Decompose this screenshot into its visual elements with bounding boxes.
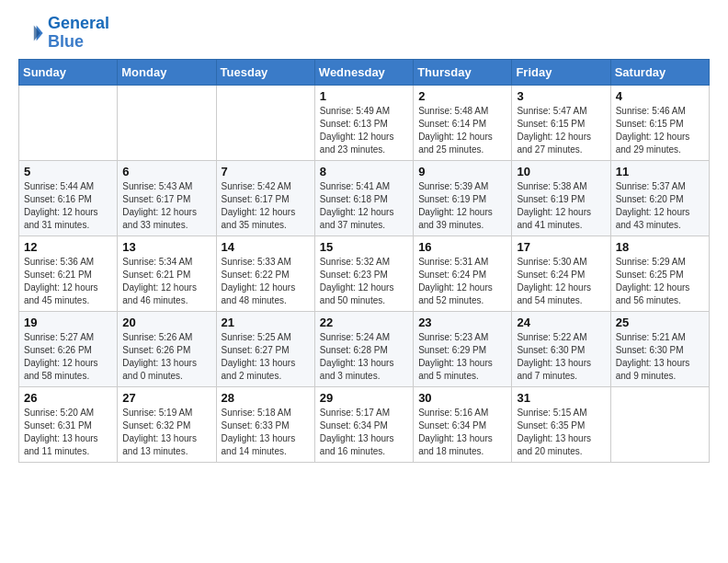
calendar-cell: 3Sunrise: 5:47 AM Sunset: 6:15 PM Daylig… bbox=[512, 85, 610, 160]
day-info: Sunrise: 5:44 AM Sunset: 6:16 PM Dayligh… bbox=[24, 180, 112, 232]
day-info: Sunrise: 5:49 AM Sunset: 6:13 PM Dayligh… bbox=[320, 105, 408, 156]
calendar-cell: 14Sunrise: 5:33 AM Sunset: 6:22 PM Dayli… bbox=[216, 236, 314, 311]
day-info: Sunrise: 5:48 AM Sunset: 6:14 PM Dayligh… bbox=[418, 105, 506, 156]
calendar-cell: 24Sunrise: 5:22 AM Sunset: 6:30 PM Dayli… bbox=[512, 311, 610, 386]
day-number: 13 bbox=[122, 240, 210, 254]
calendar-cell: 19Sunrise: 5:27 AM Sunset: 6:26 PM Dayli… bbox=[19, 311, 118, 386]
calendar-cell: 1Sunrise: 5:49 AM Sunset: 6:13 PM Daylig… bbox=[314, 85, 413, 160]
calendar-cell: 16Sunrise: 5:31 AM Sunset: 6:24 PM Dayli… bbox=[414, 236, 512, 311]
calendar-cell: 25Sunrise: 5:21 AM Sunset: 6:30 PM Dayli… bbox=[610, 311, 709, 386]
day-number: 12 bbox=[24, 240, 112, 254]
day-info: Sunrise: 5:19 AM Sunset: 6:32 PM Dayligh… bbox=[122, 407, 210, 458]
calendar-week-row: 1Sunrise: 5:49 AM Sunset: 6:13 PM Daylig… bbox=[19, 85, 710, 160]
day-info: Sunrise: 5:24 AM Sunset: 6:28 PM Dayligh… bbox=[320, 331, 408, 383]
calendar-cell: 17Sunrise: 5:30 AM Sunset: 6:24 PM Dayli… bbox=[512, 236, 610, 311]
day-number: 26 bbox=[24, 391, 112, 405]
day-number: 28 bbox=[222, 391, 310, 405]
day-info: Sunrise: 5:41 AM Sunset: 6:18 PM Dayligh… bbox=[320, 180, 408, 232]
day-number: 23 bbox=[418, 316, 506, 329]
day-number: 3 bbox=[517, 89, 605, 103]
day-number: 20 bbox=[122, 316, 210, 329]
calendar-cell: 23Sunrise: 5:23 AM Sunset: 6:29 PM Dayli… bbox=[414, 311, 512, 386]
day-info: Sunrise: 5:39 AM Sunset: 6:19 PM Dayligh… bbox=[418, 180, 506, 232]
day-info: Sunrise: 5:33 AM Sunset: 6:22 PM Dayligh… bbox=[222, 256, 310, 307]
calendar-week-row: 26Sunrise: 5:20 AM Sunset: 6:31 PM Dayli… bbox=[19, 386, 710, 462]
day-info: Sunrise: 5:17 AM Sunset: 6:34 PM Dayligh… bbox=[320, 407, 408, 458]
day-number: 11 bbox=[616, 165, 704, 178]
calendar: SundayMondayTuesdayWednesdayThursdayFrid… bbox=[18, 59, 710, 463]
logo-text: General Blue bbox=[48, 15, 109, 52]
day-number: 16 bbox=[418, 240, 506, 254]
calendar-cell: 18Sunrise: 5:29 AM Sunset: 6:25 PM Dayli… bbox=[610, 236, 709, 311]
day-number: 1 bbox=[320, 89, 408, 103]
calendar-cell: 31Sunrise: 5:15 AM Sunset: 6:35 PM Dayli… bbox=[512, 386, 610, 462]
day-info: Sunrise: 5:32 AM Sunset: 6:23 PM Dayligh… bbox=[320, 256, 408, 307]
day-info: Sunrise: 5:36 AM Sunset: 6:21 PM Dayligh… bbox=[24, 256, 112, 307]
calendar-cell: 28Sunrise: 5:18 AM Sunset: 6:33 PM Dayli… bbox=[216, 386, 314, 462]
calendar-week-row: 5Sunrise: 5:44 AM Sunset: 6:16 PM Daylig… bbox=[19, 160, 710, 236]
calendar-cell: 13Sunrise: 5:34 AM Sunset: 6:21 PM Dayli… bbox=[118, 236, 216, 311]
day-number: 27 bbox=[122, 391, 210, 405]
day-info: Sunrise: 5:27 AM Sunset: 6:26 PM Dayligh… bbox=[24, 331, 112, 383]
calendar-cell: 15Sunrise: 5:32 AM Sunset: 6:23 PM Dayli… bbox=[314, 236, 413, 311]
weekday-header: Thursday bbox=[414, 59, 512, 85]
day-info: Sunrise: 5:46 AM Sunset: 6:15 PM Dayligh… bbox=[616, 105, 704, 156]
calendar-cell: 5Sunrise: 5:44 AM Sunset: 6:16 PM Daylig… bbox=[19, 160, 118, 236]
calendar-cell bbox=[19, 85, 118, 160]
calendar-week-row: 19Sunrise: 5:27 AM Sunset: 6:26 PM Dayli… bbox=[19, 311, 710, 386]
day-number: 29 bbox=[320, 391, 408, 405]
day-number: 31 bbox=[517, 391, 605, 405]
day-number: 22 bbox=[320, 316, 408, 329]
calendar-cell: 4Sunrise: 5:46 AM Sunset: 6:15 PM Daylig… bbox=[610, 85, 709, 160]
calendar-cell: 6Sunrise: 5:43 AM Sunset: 6:17 PM Daylig… bbox=[118, 160, 216, 236]
calendar-cell: 9Sunrise: 5:39 AM Sunset: 6:19 PM Daylig… bbox=[414, 160, 512, 236]
calendar-cell: 8Sunrise: 5:41 AM Sunset: 6:18 PM Daylig… bbox=[314, 160, 413, 236]
day-number: 15 bbox=[320, 240, 408, 254]
day-number: 24 bbox=[517, 316, 605, 329]
calendar-cell: 11Sunrise: 5:37 AM Sunset: 6:20 PM Dayli… bbox=[610, 160, 709, 236]
day-info: Sunrise: 5:34 AM Sunset: 6:21 PM Dayligh… bbox=[122, 256, 210, 307]
day-number: 5 bbox=[24, 165, 112, 178]
calendar-cell: 26Sunrise: 5:20 AM Sunset: 6:31 PM Dayli… bbox=[19, 386, 118, 462]
weekday-header: Monday bbox=[118, 59, 216, 85]
calendar-cell bbox=[118, 85, 216, 160]
day-info: Sunrise: 5:47 AM Sunset: 6:15 PM Dayligh… bbox=[517, 105, 605, 156]
day-number: 10 bbox=[517, 165, 605, 178]
day-number: 8 bbox=[320, 165, 408, 178]
day-number: 6 bbox=[122, 165, 210, 178]
calendar-cell: 22Sunrise: 5:24 AM Sunset: 6:28 PM Dayli… bbox=[314, 311, 413, 386]
calendar-header-row: SundayMondayTuesdayWednesdayThursdayFrid… bbox=[19, 59, 710, 85]
day-number: 17 bbox=[517, 240, 605, 254]
day-info: Sunrise: 5:31 AM Sunset: 6:24 PM Dayligh… bbox=[418, 256, 506, 307]
calendar-cell: 10Sunrise: 5:38 AM Sunset: 6:19 PM Dayli… bbox=[512, 160, 610, 236]
day-number: 14 bbox=[222, 240, 310, 254]
logo-icon bbox=[18, 20, 44, 46]
day-number: 21 bbox=[222, 316, 310, 329]
day-info: Sunrise: 5:42 AM Sunset: 6:17 PM Dayligh… bbox=[222, 180, 310, 232]
day-number: 4 bbox=[616, 89, 704, 103]
day-info: Sunrise: 5:38 AM Sunset: 6:19 PM Dayligh… bbox=[517, 180, 605, 232]
calendar-cell: 12Sunrise: 5:36 AM Sunset: 6:21 PM Dayli… bbox=[19, 236, 118, 311]
calendar-cell: 2Sunrise: 5:48 AM Sunset: 6:14 PM Daylig… bbox=[414, 85, 512, 160]
day-info: Sunrise: 5:16 AM Sunset: 6:34 PM Dayligh… bbox=[418, 407, 506, 458]
weekday-header: Saturday bbox=[610, 59, 709, 85]
day-info: Sunrise: 5:26 AM Sunset: 6:26 PM Dayligh… bbox=[122, 331, 210, 383]
calendar-cell: 7Sunrise: 5:42 AM Sunset: 6:17 PM Daylig… bbox=[216, 160, 314, 236]
day-number: 19 bbox=[24, 316, 112, 329]
day-info: Sunrise: 5:18 AM Sunset: 6:33 PM Dayligh… bbox=[222, 407, 310, 458]
day-number: 30 bbox=[418, 391, 506, 405]
calendar-cell bbox=[610, 386, 709, 462]
day-number: 25 bbox=[616, 316, 704, 329]
page-header: General Blue bbox=[18, 15, 710, 52]
day-number: 9 bbox=[418, 165, 506, 178]
day-number: 7 bbox=[222, 165, 310, 178]
calendar-cell: 29Sunrise: 5:17 AM Sunset: 6:34 PM Dayli… bbox=[314, 386, 413, 462]
calendar-cell: 30Sunrise: 5:16 AM Sunset: 6:34 PM Dayli… bbox=[414, 386, 512, 462]
calendar-cell: 20Sunrise: 5:26 AM Sunset: 6:26 PM Dayli… bbox=[118, 311, 216, 386]
calendar-cell: 27Sunrise: 5:19 AM Sunset: 6:32 PM Dayli… bbox=[118, 386, 216, 462]
logo: General Blue bbox=[18, 15, 109, 52]
calendar-cell bbox=[216, 85, 314, 160]
day-info: Sunrise: 5:37 AM Sunset: 6:20 PM Dayligh… bbox=[616, 180, 704, 232]
day-number: 2 bbox=[418, 89, 506, 103]
day-info: Sunrise: 5:23 AM Sunset: 6:29 PM Dayligh… bbox=[418, 331, 506, 383]
